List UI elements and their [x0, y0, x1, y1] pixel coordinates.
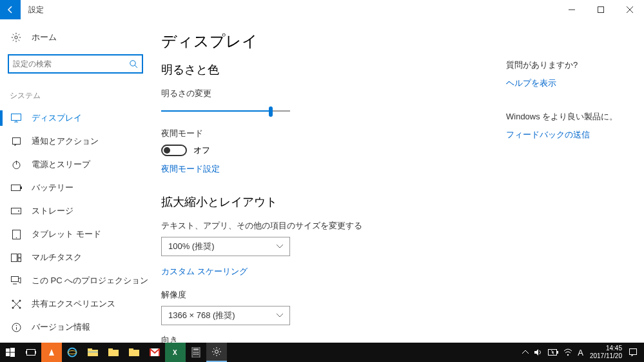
- shared-icon: [10, 299, 23, 309]
- taskbar-ie[interactable]: [62, 343, 83, 362]
- sidebar-item-9[interactable]: バージョン情報: [0, 316, 151, 339]
- svg-rect-65: [197, 352, 199, 353]
- action-center[interactable]: [626, 348, 640, 357]
- taskbar-explorer-3[interactable]: [124, 343, 144, 362]
- sidebar-item-1[interactable]: 通知とアクション: [0, 130, 151, 153]
- main-content: ディスプレイ 明るさと色 明るさの変更 夜間モード オフ 夜間モード設定 拡大縮…: [161, 31, 496, 343]
- sidebar-item-2[interactable]: 電源とスリープ: [0, 153, 151, 176]
- scale-dropdown[interactable]: 100% (推奨): [161, 237, 290, 256]
- power-icon: [10, 160, 23, 170]
- svg-rect-81: [630, 349, 637, 355]
- svg-rect-23: [12, 208, 21, 214]
- clock-time: 14:45: [590, 345, 622, 352]
- taskbar-clock[interactable]: 14:45 2017/11/20: [586, 345, 626, 360]
- taskbar-calc[interactable]: [186, 343, 206, 362]
- feedback-title: Windows をより良い製品に。: [506, 111, 629, 123]
- taskbar-app-1[interactable]: [41, 343, 62, 362]
- start-button[interactable]: [0, 343, 21, 362]
- taskview-icon: [26, 348, 36, 357]
- custom-scaling-link[interactable]: カスタム スケーリング: [161, 266, 248, 277]
- minimize-button[interactable]: [557, 0, 586, 19]
- resolution-value: 1366 × 768 (推奨): [168, 310, 235, 321]
- svg-rect-50: [88, 350, 98, 356]
- svg-rect-1: [598, 7, 603, 13]
- sidebar-item-label: バッテリー: [32, 182, 73, 194]
- taskbar-explorer-1[interactable]: [83, 343, 103, 362]
- sidebar: ホーム システム ディスプレイ通知とアクション電源とスリープバッテリーストレージ…: [0, 19, 151, 343]
- svg-line-76: [219, 348, 220, 350]
- ie-icon: [66, 347, 78, 358]
- close-button[interactable]: [615, 0, 644, 19]
- sidebar-item-0[interactable]: ディスプレイ: [0, 106, 151, 130]
- tray-wifi[interactable]: [561, 348, 575, 356]
- svg-rect-79: [557, 351, 558, 354]
- minimize-icon: [569, 6, 575, 13]
- home-button[interactable]: ホーム: [0, 26, 151, 49]
- taskbar-excel[interactable]: X: [165, 343, 186, 362]
- page-title: ディスプレイ: [161, 31, 496, 52]
- svg-line-75: [219, 354, 220, 356]
- sidebar-item-label: ストレージ: [32, 205, 73, 217]
- taskbar-explorer-2[interactable]: [103, 343, 124, 362]
- search-box[interactable]: [8, 54, 143, 74]
- orientation-label: 向き: [161, 334, 496, 343]
- night-mode-settings-link[interactable]: 夜間モード設定: [161, 163, 220, 175]
- sidebar-item-label: タブレット モード: [32, 228, 101, 240]
- brightness-slider[interactable]: [161, 105, 290, 117]
- svg-rect-27: [12, 254, 17, 261]
- help-link[interactable]: ヘルプを表示: [506, 77, 629, 89]
- tray-chevron[interactable]: [520, 350, 531, 355]
- sidebar-item-4[interactable]: ストレージ: [0, 199, 151, 223]
- svg-rect-52: [88, 352, 98, 352]
- wifi-icon: [563, 348, 572, 356]
- back-button[interactable]: [0, 0, 21, 19]
- sidebar-item-3[interactable]: バッテリー: [0, 176, 151, 199]
- resolution-dropdown[interactable]: 1366 × 768 (推奨): [161, 306, 290, 325]
- search-input[interactable]: [13, 59, 129, 68]
- sidebar-item-5[interactable]: タブレット モード: [0, 223, 151, 246]
- maximize-button[interactable]: [586, 0, 615, 19]
- svg-text:X: X: [173, 349, 177, 356]
- sidebar-item-7[interactable]: この PC へのプロジェクション: [0, 269, 151, 292]
- svg-rect-43: [6, 353, 10, 357]
- sidebar-item-8[interactable]: 共有エクスペリエンス: [0, 292, 151, 316]
- svg-point-34: [12, 299, 14, 301]
- tray-ime[interactable]: A: [575, 348, 586, 357]
- night-mode-toggle[interactable]: [161, 145, 187, 156]
- display-icon: [10, 114, 23, 123]
- svg-line-77: [213, 354, 215, 356]
- tray-battery[interactable]: [545, 349, 561, 356]
- sidebar-item-6[interactable]: マルチタスク: [0, 246, 151, 269]
- svg-point-49: [68, 351, 77, 354]
- projection-icon: [10, 276, 23, 285]
- svg-rect-63: [193, 352, 195, 353]
- svg-rect-53: [108, 350, 119, 356]
- gmail-icon: [150, 348, 160, 356]
- taskbar-settings[interactable]: [206, 343, 227, 362]
- svg-rect-64: [195, 352, 197, 353]
- close-icon: [627, 6, 633, 13]
- svg-rect-51: [88, 348, 92, 350]
- svg-rect-22: [21, 186, 22, 189]
- brightness-label: 明るさの変更: [161, 88, 496, 99]
- slider-fill: [161, 110, 271, 112]
- window-title: 設定: [28, 5, 44, 15]
- storage-icon: [10, 208, 23, 214]
- svg-rect-66: [193, 354, 195, 355]
- chevron-up-icon: [522, 350, 529, 355]
- taskview-button[interactable]: [21, 343, 41, 362]
- svg-point-37: [19, 307, 21, 308]
- svg-rect-28: [18, 254, 21, 257]
- folder-icon: [128, 348, 140, 357]
- section-brightness: 明るさと色: [161, 62, 496, 77]
- feedback-link[interactable]: フィードバックの送信: [506, 129, 629, 141]
- search-icon: [129, 59, 138, 68]
- resolution-label: 解像度: [161, 289, 496, 301]
- taskbar-gmail[interactable]: [144, 343, 165, 362]
- svg-point-36: [12, 307, 14, 308]
- tray-volume[interactable]: [531, 348, 545, 356]
- slider-thumb[interactable]: [269, 106, 273, 117]
- svg-line-10: [19, 40, 20, 41]
- excel-icon: X: [171, 348, 180, 357]
- right-pane: 質問がありますか? ヘルプを表示 Windows をより良い製品に。 フィードバ…: [506, 31, 629, 343]
